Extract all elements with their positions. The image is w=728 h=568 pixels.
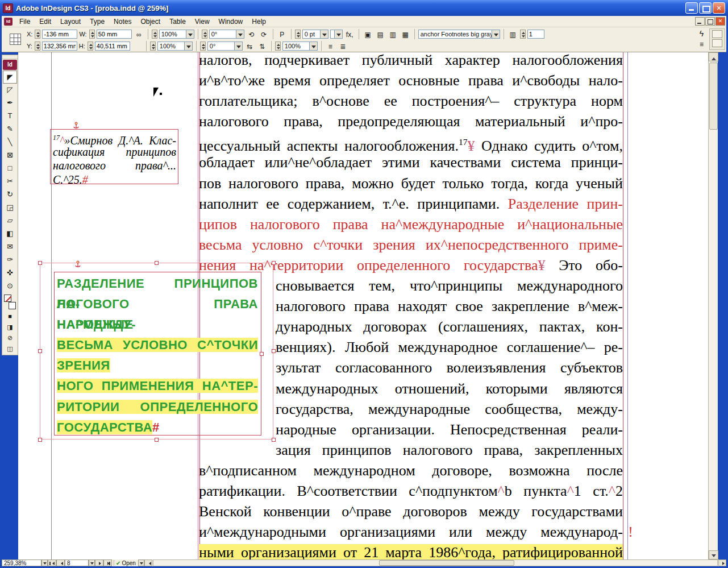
document-viewport[interactable]: налогов, подчеркивает публичный характер… xyxy=(18,52,708,559)
horizontal-scroll-thumb[interactable] xyxy=(379,560,514,566)
scale-tool[interactable]: ◲ xyxy=(3,201,17,214)
columns-spinner[interactable] xyxy=(520,30,526,39)
eyedropper-tool[interactable]: ✑ xyxy=(3,254,17,267)
scale-x-spinner[interactable] xyxy=(152,30,157,39)
fill-stroke-control[interactable] xyxy=(3,294,17,310)
scale-y-combo[interactable]: 100% xyxy=(157,42,193,51)
align-center-icon[interactable]: ≣ xyxy=(338,42,348,51)
page-number-field[interactable]: 8 xyxy=(65,559,89,566)
anchor-marker-icon[interactable] xyxy=(73,122,80,130)
selection-handle-e[interactable] xyxy=(272,349,276,353)
reference-point-proxy[interactable] xyxy=(10,34,21,45)
columns-field[interactable] xyxy=(527,30,544,39)
doc-restore-button[interactable] xyxy=(705,17,715,26)
next-page-button[interactable] xyxy=(95,559,103,566)
text-frame-edge-right[interactable] xyxy=(627,52,628,559)
menu-edit[interactable]: Edit xyxy=(35,16,56,27)
close-button[interactable]: ✕ xyxy=(713,2,725,14)
constrain-link-icon[interactable]: ∞ xyxy=(134,30,144,39)
doc-minimize-button[interactable] xyxy=(695,17,705,26)
pen-tool[interactable]: ✒ xyxy=(3,97,17,110)
vertical-scrollbar[interactable] xyxy=(708,52,718,559)
anchor-marker-icon[interactable] xyxy=(74,260,81,268)
horizontal-scrollbar[interactable] xyxy=(153,559,718,566)
rotation-spinner[interactable] xyxy=(202,30,207,39)
dropdown-arrow-icon[interactable] xyxy=(236,30,244,38)
menu-window[interactable]: Window xyxy=(214,16,248,27)
dropdown-arrow-icon[interactable] xyxy=(320,30,328,38)
shear-tool[interactable]: ▱ xyxy=(3,214,17,227)
gradient-tool[interactable]: ◧ xyxy=(3,227,17,241)
wrap-none-button[interactable]: ▣ xyxy=(363,30,373,39)
apply-none-button[interactable]: ⊘ xyxy=(3,333,17,343)
minimize-button[interactable] xyxy=(685,2,698,14)
dropdown-arrow-icon[interactable] xyxy=(492,30,500,38)
dropdown-arrow-icon[interactable] xyxy=(334,30,342,38)
x-spinner[interactable] xyxy=(35,30,40,39)
scissors-tool[interactable]: ✂ xyxy=(3,175,17,188)
dock-button-top[interactable] xyxy=(712,30,722,38)
doc-close-button[interactable]: ✕ xyxy=(715,17,725,26)
flip-horizontal-icon[interactable]: ⇆ xyxy=(244,42,255,51)
opacity-spinner[interactable] xyxy=(275,42,281,51)
rotate-tool[interactable]: ↻ xyxy=(3,188,17,201)
zoom-tool[interactable]: ⊙ xyxy=(3,280,17,293)
height-field[interactable] xyxy=(95,42,130,51)
wrap-bounding-box-button[interactable]: ▤ xyxy=(375,30,386,39)
y-spinner[interactable] xyxy=(35,42,40,51)
rectangle-tool[interactable]: □ xyxy=(3,162,17,175)
status-flyout-arrow[interactable] xyxy=(138,559,144,566)
flip-vertical-icon[interactable]: ⇅ xyxy=(257,42,268,51)
stroke-swatch-icon[interactable] xyxy=(9,302,16,309)
fill-swatch-icon[interactable] xyxy=(4,295,11,302)
w-spinner[interactable] xyxy=(89,30,95,39)
dropdown-arrow-icon[interactable] xyxy=(184,42,192,50)
stroke-type-dropdown[interactable] xyxy=(330,30,343,39)
frame-tool[interactable]: ⊠ xyxy=(3,149,17,162)
column-guide-right[interactable] xyxy=(623,52,623,559)
scale-x-combo[interactable]: 100% xyxy=(159,30,194,39)
zoom-level-field[interactable]: 259,38% xyxy=(2,559,41,566)
menu-help[interactable]: Help xyxy=(247,16,271,27)
dropdown-arrow-icon[interactable] xyxy=(234,42,242,50)
h-spinner[interactable] xyxy=(88,42,93,51)
quick-apply-icon[interactable]: ϟ xyxy=(696,28,707,38)
rotate-cw-icon[interactable]: ⟳ xyxy=(259,30,269,39)
rotate-ccw-icon[interactable]: ⟲ xyxy=(246,30,257,39)
stroke-weight-combo[interactable]: 0 pt xyxy=(302,30,328,39)
type-tool[interactable]: T xyxy=(3,110,17,123)
align-left-icon[interactable]: ≡ xyxy=(325,42,336,51)
zoom-dropdown-arrow[interactable] xyxy=(41,559,48,566)
scale-y-spinner[interactable] xyxy=(150,42,156,51)
scroll-up-button[interactable] xyxy=(709,52,718,61)
first-page-button[interactable] xyxy=(48,559,56,566)
scroll-right-button[interactable] xyxy=(718,559,726,566)
selection-tool[interactable]: ◤ xyxy=(3,71,17,84)
effects-fx-button[interactable]: fx, xyxy=(344,30,355,39)
selection-handle-nw[interactable] xyxy=(38,261,42,265)
shear-spinner[interactable] xyxy=(200,42,206,51)
selection-handle-w[interactable] xyxy=(38,349,42,353)
hand-tool[interactable]: ✜ xyxy=(3,267,17,280)
menu-table[interactable]: Table xyxy=(165,16,190,27)
wrap-object-shape-button[interactable]: ▥ xyxy=(388,30,398,39)
apply-color-button[interactable]: ■ xyxy=(3,311,17,322)
selection-handle-sw[interactable] xyxy=(38,438,42,442)
dock-button-bottom[interactable] xyxy=(712,39,722,47)
selection-handle-ne[interactable] xyxy=(272,261,276,265)
selection-handle-s[interactable] xyxy=(155,438,159,442)
restore-button[interactable] xyxy=(699,2,712,14)
stroke-weight-spinner[interactable] xyxy=(295,30,301,39)
y-position-field[interactable] xyxy=(42,42,77,51)
control-panel-menu-icon[interactable]: ≡ xyxy=(696,39,707,49)
apply-gradient-button[interactable]: ◨ xyxy=(3,322,17,333)
wrap-jump-button[interactable]: ▦ xyxy=(400,30,411,39)
footnote-text[interactable]: 17^»Смирнов Д.^А. Клас-сификация принцип… xyxy=(53,131,176,186)
direct-selection-tool[interactable]: ◸ xyxy=(3,84,17,97)
rotation-combo[interactable]: 0° xyxy=(209,30,244,39)
selection-handle-se[interactable] xyxy=(272,438,276,442)
shear-combo[interactable]: 0° xyxy=(207,42,243,51)
object-style-dropdown[interactable]: anchor Footnotes big gray xyxy=(418,30,500,39)
note-tool[interactable]: ✉ xyxy=(3,241,17,254)
x-position-field[interactable] xyxy=(42,30,77,39)
